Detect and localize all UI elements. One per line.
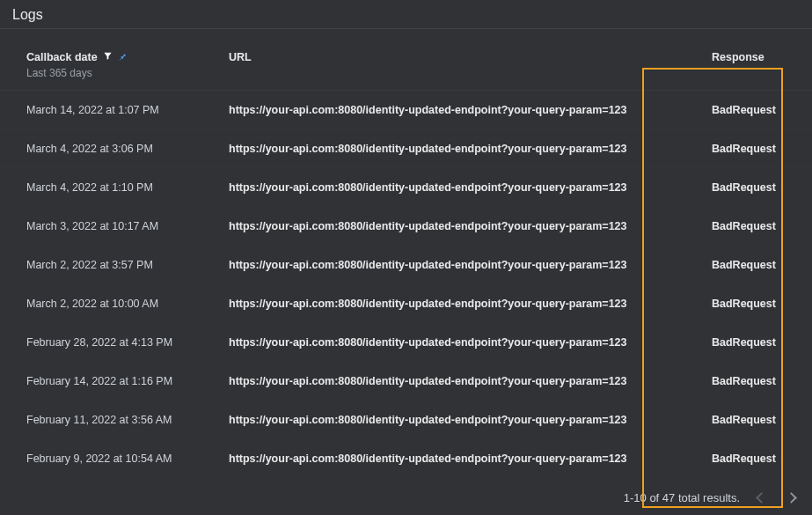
table-row[interactable]: March 2, 2022 at 10:00 AMhttps://your-ap…: [0, 284, 812, 323]
filter-icon[interactable]: [103, 50, 113, 63]
cell-response: BadRequest: [712, 375, 776, 387]
table-row[interactable]: March 4, 2022 at 3:06 PMhttps://your-api…: [0, 129, 812, 168]
table-body: March 14, 2022 at 1:07 PMhttps://your-ap…: [0, 91, 812, 478]
cell-callback-date: February 9, 2022 at 10:54 AM: [26, 452, 172, 465]
column-header-filter-summary: Last 365 days: [26, 67, 218, 79]
table-header-row: Callback date Last 365 days URL: [0, 29, 812, 91]
cell-callback-date: March 3, 2022 at 10:17 AM: [26, 220, 158, 232]
cell-response: BadRequest: [712, 336, 776, 349]
cell-url: https://your-api.com:8080/identity-updat…: [229, 181, 627, 194]
table-row[interactable]: February 11, 2022 at 3:56 AMhttps://your…: [0, 401, 812, 439]
cell-url: https://your-api.com:8080/identity-updat…: [229, 336, 627, 349]
title-bar: Logs: [0, 0, 812, 29]
pagination-bar: 1-10 of 47 total results.: [0, 480, 812, 515]
chevron-right-icon: [786, 492, 797, 504]
chevron-left-icon: [756, 492, 767, 504]
cell-response: BadRequest: [712, 259, 776, 271]
cell-callback-date: March 2, 2022 at 3:57 PM: [26, 259, 153, 271]
cell-response: BadRequest: [712, 298, 776, 310]
page-title: Logs: [12, 7, 800, 23]
table-row[interactable]: February 14, 2022 at 1:16 PMhttps://your…: [0, 362, 812, 401]
cell-response: BadRequest: [712, 220, 776, 232]
cell-response: BadRequest: [712, 181, 776, 194]
cell-url: https://your-api.com:8080/identity-updat…: [229, 220, 627, 232]
pagination-next-button[interactable]: [782, 489, 800, 506]
cell-url: https://your-api.com:8080/identity-updat…: [229, 143, 627, 155]
pin-icon: [118, 50, 127, 63]
cell-url: https://your-api.com:8080/identity-updat…: [229, 259, 627, 271]
table-row[interactable]: March 4, 2022 at 1:10 PMhttps://your-api…: [0, 168, 812, 207]
table-row[interactable]: February 28, 2022 at 4:13 PMhttps://your…: [0, 323, 812, 362]
table-row[interactable]: March 3, 2022 at 10:17 AMhttps://your-ap…: [0, 207, 812, 246]
cell-response: BadRequest: [712, 452, 776, 465]
column-header-url[interactable]: URL: [229, 51, 252, 63]
cell-url: https://your-api.com:8080/identity-updat…: [229, 298, 627, 310]
cell-url: https://your-api.com:8080/identity-updat…: [229, 375, 627, 387]
column-header-label: Callback date: [26, 51, 98, 63]
column-header-response[interactable]: Response: [712, 51, 764, 63]
cell-callback-date: March 4, 2022 at 3:06 PM: [26, 143, 153, 155]
cell-response: BadRequest: [712, 104, 776, 116]
cell-response: BadRequest: [712, 143, 776, 155]
cell-url: https://your-api.com:8080/identity-updat…: [229, 414, 627, 426]
pagination-prev-button[interactable]: [752, 489, 770, 506]
cell-url: https://your-api.com:8080/identity-updat…: [229, 452, 627, 465]
cell-callback-date: March 14, 2022 at 1:07 PM: [26, 104, 159, 116]
cell-url: https://your-api.com:8080/identity-updat…: [229, 104, 627, 116]
cell-callback-date: March 4, 2022 at 1:10 PM: [26, 181, 153, 194]
pagination-summary: 1-10 of 47 total results.: [624, 491, 740, 504]
cell-callback-date: February 28, 2022 at 4:13 PM: [26, 336, 172, 349]
cell-callback-date: March 2, 2022 at 10:00 AM: [26, 298, 158, 310]
cell-callback-date: February 11, 2022 at 3:56 AM: [26, 414, 172, 426]
table-row[interactable]: February 9, 2022 at 10:54 AMhttps://your…: [0, 439, 812, 478]
table-row[interactable]: March 14, 2022 at 1:07 PMhttps://your-ap…: [0, 91, 812, 129]
table-row[interactable]: March 2, 2022 at 3:57 PMhttps://your-api…: [0, 246, 812, 284]
cell-callback-date: February 14, 2022 at 1:16 PM: [26, 375, 172, 387]
column-header-callback-date[interactable]: Callback date: [26, 50, 218, 63]
logs-table: Callback date Last 365 days URL: [0, 29, 812, 480]
cell-response: BadRequest: [712, 414, 776, 426]
